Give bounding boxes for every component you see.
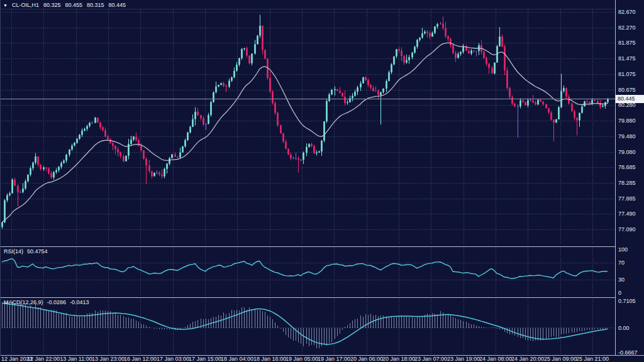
- price-tick-label: 81.875: [618, 40, 636, 46]
- time-tick-label: 13 Jan 11:00: [60, 356, 92, 362]
- price-tick-label: 80.675: [618, 87, 636, 93]
- rsi-tick-label: 0: [618, 290, 621, 296]
- trading-chart-window: ▼ CL-OIL,H1 80.325 80.455 80.315 80.445 …: [0, 0, 644, 362]
- price-tick-label: 79.080: [618, 149, 636, 155]
- time-tick-label: 12 Jan 22:00: [27, 356, 60, 362]
- price-tick-label: 78.685: [618, 164, 636, 170]
- macd-panel[interactable]: [0, 298, 615, 355]
- macd-tick-label: 0.00: [618, 325, 630, 331]
- macd-main-value: -0.0286: [47, 299, 67, 305]
- rsi-name: RSI(14): [4, 248, 23, 255]
- macd-indicator-label: MACD(12,26,9) -0.0286 -0.0413: [4, 299, 89, 305]
- time-tick-label: 13 Jan 23:00: [92, 356, 125, 362]
- time-tick-label: 24 Jan 08:00: [479, 356, 512, 362]
- high-value: 80.455: [65, 2, 82, 8]
- time-tick-label: 25 Jan 09:00: [544, 356, 577, 362]
- time-tick-label: 23 Jan 19:00: [447, 356, 480, 362]
- price-tick-label: 81.075: [618, 71, 636, 77]
- current-price-badge: 80.445: [616, 95, 644, 103]
- rsi-tick-label: 70: [618, 260, 625, 266]
- time-tick-label: 23 Jan 07:00: [414, 356, 447, 362]
- time-tick-label: 25 Jan 21:00: [576, 356, 609, 362]
- time-tick-label: 19 Jan 17:00: [318, 356, 350, 362]
- price-tick-label: 77.090: [618, 226, 636, 233]
- rsi-tick-label: 100: [618, 246, 628, 253]
- price-tick-label: 79.880: [618, 118, 636, 124]
- price-axis[interactable]: 82.67082.27081.87581.47581.07580.67580.2…: [616, 0, 644, 362]
- price-tick-label: 79.480: [618, 133, 636, 140]
- symbol-timeframe-label: CL-OIL,H1: [12, 2, 39, 8]
- time-axis[interactable]: 12 Jan 202312 Jan 22:0013 Jan 11:0013 Ja…: [0, 355, 644, 362]
- price-tick-label: 77.885: [618, 195, 636, 202]
- main-chart-panel[interactable]: [0, 0, 615, 246]
- time-tick-label: 18 Jan 04:00: [221, 356, 253, 362]
- macd-name: MACD(12,26,9): [4, 299, 43, 305]
- time-tick-label: 24 Jan 20:00: [511, 356, 544, 362]
- symbol-ohlc-readout: ▼ CL-OIL,H1 80.325 80.455 80.315 80.445: [3, 2, 126, 8]
- close-value: 80.445: [109, 2, 126, 8]
- time-tick-label: 16 Jan 12:00: [124, 356, 157, 362]
- price-tick-label: 78.285: [618, 180, 636, 186]
- rsi-panel[interactable]: [0, 247, 615, 297]
- time-tick-label: 20 Jan 18:00: [382, 356, 415, 362]
- rsi-value: 50.4754: [27, 248, 48, 255]
- open-value: 80.325: [43, 2, 61, 8]
- time-tick-label: 20 Jan 06:00: [350, 356, 383, 362]
- rsi-indicator-label: RSI(14) 50.4754: [4, 248, 48, 255]
- low-value: 80.315: [87, 2, 104, 8]
- time-tick-label: 18 Jan 16:00: [253, 356, 286, 362]
- price-tick-label: 81.475: [618, 55, 636, 62]
- collapse-ohlc-icon[interactable]: ▼: [3, 3, 8, 8]
- price-tick-label: 82.270: [618, 25, 636, 31]
- time-tick-label: 19 Jan 05:00: [286, 356, 318, 362]
- macd-signal-value: -0.0413: [70, 299, 89, 305]
- price-tick-label: 77.490: [618, 211, 636, 217]
- time-tick-label: 17 Jan 03:00: [157, 356, 189, 362]
- rsi-tick-label: 30: [618, 277, 625, 283]
- price-tick-label: 82.670: [618, 9, 636, 15]
- time-tick-label: 17 Jan 15:00: [189, 356, 221, 362]
- macd-tick-label: 0.7105: [618, 298, 636, 304]
